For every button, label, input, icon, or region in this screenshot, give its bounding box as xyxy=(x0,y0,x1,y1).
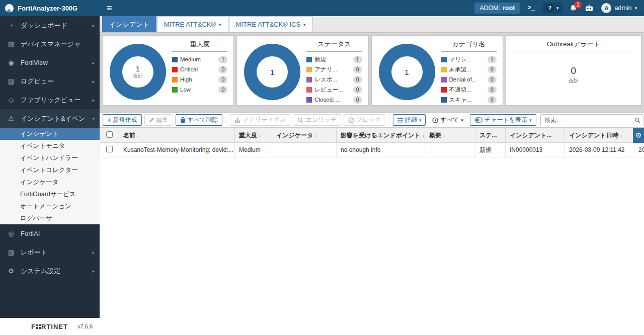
sidebar-item-fortiai[interactable]: ◎ FortiAI xyxy=(0,224,100,243)
status-card: 1 ステータス 新規 1 アナリ... 0 レスポ... xyxy=(236,35,368,106)
search-input[interactable] xyxy=(540,114,643,126)
dashboard-icon: ◔ xyxy=(7,22,15,29)
edit-button[interactable]: 編集 xyxy=(144,114,173,126)
severity-card: 1 合計 重大度 Medium 1 Critical 0 xyxy=(102,35,234,106)
sidebar-item-system-settings[interactable]: ⚙ システム設定 ▸ xyxy=(0,262,100,280)
top-bar: FortiAnalyzer-300G ≡ ADOM: root >_ ? ▾ 2… xyxy=(0,0,644,16)
delete-all-button[interactable]: すべて削除 xyxy=(176,114,223,126)
fortiai-icon: ◎ xyxy=(7,230,15,237)
cli-console-icon[interactable]: >_ xyxy=(527,5,534,12)
sidebar-item-logview[interactable]: ▤ ログビュー ▸ xyxy=(0,72,100,91)
sidebar-item-device-manager[interactable]: ▦ デバイスマネージャ xyxy=(0,35,100,53)
submenu-item-incidents[interactable]: インシデント xyxy=(0,128,100,140)
cell-name[interactable]: KusanoTest-Memory-Monitoring: devid:... xyxy=(119,143,235,157)
enrich-button[interactable]: エンリッチ xyxy=(293,114,341,126)
table-settings-button[interactable]: ⚙ xyxy=(633,128,644,143)
legend-item[interactable]: High 0 xyxy=(172,76,227,83)
sidebar-item-dashboard[interactable]: ◔ ダッシュボード ▸ xyxy=(0,16,100,35)
submenu-item-event-monitor[interactable]: イベントモニタ xyxy=(0,140,100,152)
legend-count-badge: 0 xyxy=(353,76,362,83)
status-donut-chart[interactable]: 1 xyxy=(244,44,300,100)
chevron-down-icon: ▾ xyxy=(419,118,422,123)
table-row[interactable]: KusanoTest-Memory-Monitoring: devid:... … xyxy=(100,143,644,157)
tab-mitre-attack[interactable]: MITRE ATT&CK® ▾ xyxy=(157,16,228,32)
main-content: インシデント MITRE ATT&CK® ▾ MITRE ATT&CK® ICS… xyxy=(100,16,644,335)
menu-toggle-icon[interactable]: ≡ xyxy=(107,4,112,13)
create-button[interactable]: + 新規作成 xyxy=(103,114,142,126)
time-range-dropdown-button[interactable]: すべて ▾ xyxy=(428,114,467,126)
submenu-item-event-collector[interactable]: イベントコレクター xyxy=(0,164,100,176)
chevron-right-icon: ▸ xyxy=(92,60,95,65)
legend-item[interactable]: 不適切... 0 xyxy=(441,86,497,94)
legend-color-swatch xyxy=(172,57,178,62)
submenu-item-fortiguard-services[interactable]: FortiGuardサービス xyxy=(0,188,100,200)
block-button[interactable]: ブロック xyxy=(344,114,385,126)
tab-incidents[interactable]: インシデント xyxy=(102,16,156,32)
chevron-right-icon: ▸ xyxy=(92,23,95,28)
legend-color-swatch xyxy=(172,77,178,82)
incidents-table: 名前↕ 重大度↕ インジケータ↕ 影響を受けるエンドポイント↕ 概要↕ ステ..… xyxy=(100,128,644,157)
legend-count-badge: 1 xyxy=(488,56,497,63)
column-header-incident-time[interactable]: インシデント日時↕ xyxy=(565,128,634,143)
legend-color-swatch xyxy=(172,67,178,72)
legend-color-swatch xyxy=(441,67,447,72)
sidebar-item-incidents-events[interactable]: ⚠ インシデント&イベント ▾ xyxy=(0,109,100,128)
magnifier-icon xyxy=(297,117,303,123)
submenu-item-automation[interactable]: オートメーション xyxy=(0,200,100,212)
legend-item[interactable]: 新規 1 xyxy=(306,56,362,63)
legend-item[interactable]: Low 0 xyxy=(172,86,227,94)
legend-item[interactable]: Closed: ... 0 xyxy=(306,96,362,104)
cell-incident-id: IN00000013 xyxy=(506,143,565,157)
incidents-table-container: 名前↕ 重大度↕ インジケータ↕ 影響を受けるエンドポイント↕ 概要↕ ステ..… xyxy=(100,128,644,335)
legend-item[interactable]: Denial of... 0 xyxy=(441,76,497,83)
column-header-status[interactable]: ステ... xyxy=(475,128,506,143)
legend-item[interactable]: レビュー... 0 xyxy=(306,86,362,94)
legend-item[interactable]: Medium 1 xyxy=(172,56,227,63)
adom-selector[interactable]: ADOM: root xyxy=(474,3,520,14)
tab-mitre-attack-ics[interactable]: MITRE ATT&CK® ICS ▾ xyxy=(229,16,313,32)
details-dropdown-button[interactable]: 詳細 ▾ xyxy=(393,114,426,126)
legend-color-swatch xyxy=(306,67,312,72)
legend-item[interactable]: Critical 0 xyxy=(172,66,227,73)
fortiai-assistant-icon[interactable] xyxy=(585,5,594,12)
submenu-item-log-parser[interactable]: ログパーサ xyxy=(0,212,100,224)
severity-donut-chart[interactable]: 1 合計 xyxy=(110,44,166,100)
legend-item[interactable]: スキャ... 0 xyxy=(441,96,497,104)
user-menu[interactable]: A admin ▾ xyxy=(601,3,637,13)
adom-value: root xyxy=(503,5,515,12)
column-header-endpoints[interactable]: 影響を受けるエンドポイント↕ xyxy=(337,128,425,143)
category-total: 1 xyxy=(405,68,409,76)
analytics-button[interactable]: アナリティクス xyxy=(230,114,290,126)
legend-color-swatch xyxy=(306,87,312,93)
legend-item[interactable]: マリシ... 1 xyxy=(441,56,497,63)
legend-color-swatch xyxy=(441,57,447,62)
outbreak-count-label: 合計 xyxy=(512,77,635,85)
bar-chart-icon xyxy=(234,117,240,123)
notifications-button[interactable]: 2 xyxy=(570,4,577,12)
submenu-item-event-handler[interactable]: イベントハンドラー xyxy=(0,152,100,164)
help-menu[interactable]: ? ▾ xyxy=(542,3,562,14)
show-charts-button[interactable]: チャートを表示 ▾ xyxy=(470,114,536,126)
sidebar-item-fabric-view[interactable]: ◇ ファブリックビュー ▸ xyxy=(0,91,100,109)
chevron-right-icon: ▸ xyxy=(92,250,95,255)
legend-color-swatch xyxy=(306,97,312,103)
column-header-incident-id[interactable]: インシデント... xyxy=(506,128,565,143)
column-header-indicator[interactable]: インジケータ↕ xyxy=(272,128,337,143)
row-checkbox[interactable] xyxy=(106,146,113,152)
column-header-name[interactable]: 名前↕ xyxy=(119,128,235,143)
category-donut-chart[interactable]: 1 xyxy=(379,44,435,100)
column-header-severity[interactable]: 重大度↕ xyxy=(235,128,272,143)
select-all-checkbox[interactable] xyxy=(106,131,113,138)
column-header-summary[interactable]: 概要↕ xyxy=(425,128,475,143)
legend-item[interactable]: 未承認... 0 xyxy=(441,66,497,73)
sidebar-item-reports[interactable]: ▥ レポート ▸ xyxy=(0,243,100,262)
legend-item[interactable]: アナリ... 0 xyxy=(306,66,362,73)
chevron-down-icon: ▾ xyxy=(634,6,637,11)
toggle-icon xyxy=(474,117,482,123)
submenu-item-indicators[interactable]: インジケータ xyxy=(0,176,100,188)
sidebar-item-fortiview[interactable]: ◉ FortiView ▸ xyxy=(0,53,100,72)
chevron-down-icon: ▾ xyxy=(461,118,463,123)
search-icon[interactable] xyxy=(634,117,640,123)
table-header-row: 名前↕ 重大度↕ インジケータ↕ 影響を受けるエンドポイント↕ 概要↕ ステ..… xyxy=(100,128,644,143)
legend-item[interactable]: レスポ... 0 xyxy=(306,76,362,83)
